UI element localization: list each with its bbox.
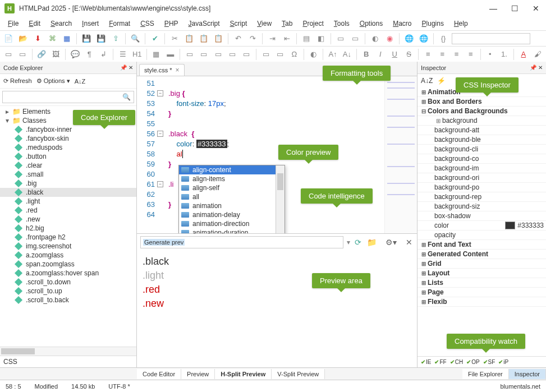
tree-item[interactable]: .scroll_to.down [0, 278, 136, 287]
tree-item[interactable]: .frontpage h2 [0, 233, 136, 242]
menu-plugins[interactable]: Plugins [417, 19, 448, 29]
tree-item[interactable]: .black [0, 188, 136, 197]
browser2-icon[interactable]: 🌐 [417, 33, 430, 45]
clipboard-icon[interactable]: 📋 [212, 33, 224, 45]
toggle2-icon[interactable]: ▭ [349, 33, 361, 45]
bottom-tab[interactable]: H-Split Preview [215, 369, 272, 379]
menu-insert[interactable]: Insert [77, 19, 103, 29]
inspector-prop[interactable]: background-cli [417, 145, 546, 154]
sort-az-icon[interactable]: A↓Z [75, 78, 86, 85]
select-icon[interactable]: ▭ [212, 48, 224, 61]
refresh-preview-icon[interactable]: ⟳ [354, 238, 363, 247]
search-icon[interactable]: 🔍 [129, 33, 141, 45]
inspector-prop[interactable]: background-siz [417, 202, 546, 211]
inspector-group[interactable]: ⊞Page [417, 288, 546, 297]
tree-item[interactable]: span.zoomglass [0, 260, 136, 269]
bgcolor-icon[interactable]: 🖌 [531, 48, 543, 61]
tidy-icon[interactable]: ▤ [300, 33, 313, 45]
quick-nav-input[interactable] [452, 33, 530, 44]
inspector-prop[interactable]: background-rep [417, 192, 546, 202]
paste-icon[interactable]: 📋 [198, 33, 210, 45]
tree-item[interactable]: a.zoomglass:hover span [0, 269, 136, 278]
inspector-prop[interactable]: background-ble [417, 135, 546, 145]
indent-icon[interactable]: ⇥ [266, 33, 278, 45]
menu-file[interactable]: File [3, 19, 23, 29]
button-icon[interactable]: ▭ [241, 48, 253, 61]
menu-css[interactable]: CSS [136, 19, 159, 29]
close-icon[interactable]: × [176, 66, 180, 74]
copy-icon[interactable]: 📋 [183, 33, 195, 45]
php-icon[interactable]: ⌘ [46, 33, 58, 45]
autocomplete-popup[interactable]: align-contentalign-itemsalign-selfallani… [178, 165, 285, 233]
open-file-icon[interactable]: 📂 [17, 33, 29, 45]
code-line[interactable]: } [168, 109, 384, 119]
inspector-group[interactable]: ⊞Layout [417, 269, 546, 278]
inspector-group[interactable]: ⊞Lists [417, 278, 546, 288]
inspector-group[interactable]: ⊞Generated Content [417, 250, 546, 259]
left-hscrollbar[interactable] [0, 347, 136, 356]
p-icon[interactable]: ▭ [2, 48, 14, 61]
menu-search[interactable]: Search [46, 19, 76, 29]
tag-icon[interactable]: ◧ [315, 33, 327, 45]
refresh-button[interactable]: ⟳ Refresh [3, 77, 32, 85]
fontcolor-icon[interactable]: A [517, 48, 529, 61]
menu-edit[interactable]: Edit [24, 19, 45, 29]
tree-item[interactable]: .fancybox-inner [0, 125, 136, 134]
spellcheck-icon[interactable]: ✔ [149, 33, 161, 45]
editor-tab-stylecss[interactable]: style.css *× [139, 64, 185, 76]
new-file-icon[interactable]: 📄 [2, 33, 15, 45]
pin-icon[interactable]: 📌 ✕ [120, 64, 133, 71]
frame-icon[interactable]: ▭ [260, 48, 272, 61]
autocomplete-item[interactable]: animation-delay [179, 210, 285, 219]
align-right-icon[interactable]: ≡ [451, 48, 462, 61]
outdent-icon[interactable]: ⇤ [281, 33, 293, 45]
search-icon[interactable]: 🔍 [122, 93, 131, 101]
save-all-icon[interactable]: 💾 [95, 33, 107, 45]
div-icon[interactable]: ▭ [16, 48, 28, 61]
color-icon[interactable]: ◐ [369, 33, 381, 45]
inspector-group[interactable]: ⊞Flexib [417, 297, 546, 307]
tree-item[interactable]: .scroll_to.up [0, 287, 136, 296]
code-line[interactable]: font-size: 17px; [168, 99, 384, 109]
inspector-group[interactable]: ⊞Grid [417, 259, 546, 269]
strike-icon[interactable]: S [403, 48, 415, 61]
upload-icon[interactable]: ⇧ [109, 33, 122, 45]
menu-help[interactable]: Help [449, 19, 472, 29]
font-larger-icon[interactable]: A↑ [327, 48, 338, 61]
inspector-prop[interactable]: background-im [417, 164, 546, 173]
ol-icon[interactable]: 1. [498, 48, 510, 61]
inspector-prop[interactable]: opacity [417, 230, 546, 240]
tree-item[interactable]: .light [0, 197, 136, 206]
menu-php[interactable]: PHP [160, 19, 183, 29]
tree-item[interactable]: img.screenshot [0, 242, 136, 251]
bottom-tab-right[interactable]: File Explorer [462, 369, 509, 379]
inspector-sort-icon[interactable]: A↓Z [421, 77, 433, 85]
code-line[interactable]: al [168, 149, 384, 159]
toggle1-icon[interactable]: ▭ [334, 33, 347, 45]
image-icon[interactable]: 🖼 [50, 48, 62, 61]
tree-item[interactable]: .small [0, 170, 136, 179]
code-line[interactable]: .big { [168, 89, 384, 99]
autocomplete-item[interactable]: animation [179, 201, 285, 210]
tree-item[interactable]: .red [0, 206, 136, 215]
tree-item[interactable]: .clear [0, 161, 136, 170]
cut-icon[interactable]: ✂ [168, 33, 181, 45]
table-icon[interactable]: ▦ [150, 48, 162, 61]
inspector-prop[interactable]: background-co [417, 154, 546, 164]
save-icon[interactable]: 💾 [80, 33, 93, 45]
row-icon[interactable]: ▬ [164, 48, 176, 61]
inspector-filter-icon[interactable]: ⚡ [437, 77, 446, 85]
tree-item[interactable]: .scroll_to.back [0, 296, 136, 305]
menu-script[interactable]: Script [226, 19, 252, 29]
options-button[interactable]: ⚙ Options ▾ [36, 77, 70, 85]
code-line[interactable] [168, 119, 384, 129]
autocomplete-item[interactable]: align-items [179, 174, 285, 183]
form-icon[interactable]: ▭ [183, 48, 195, 61]
bottom-tab-right[interactable]: Inspector [509, 369, 546, 379]
menu-view[interactable]: View [253, 19, 276, 29]
autocomplete-item[interactable]: animation-direction [179, 219, 285, 228]
autocomplete-item[interactable]: animation-duration [179, 228, 285, 233]
align-justify-icon[interactable]: ≡ [465, 48, 476, 61]
autocomplete-item[interactable]: align-self [179, 183, 285, 192]
open-web-icon[interactable]: ⬇ [31, 33, 44, 45]
